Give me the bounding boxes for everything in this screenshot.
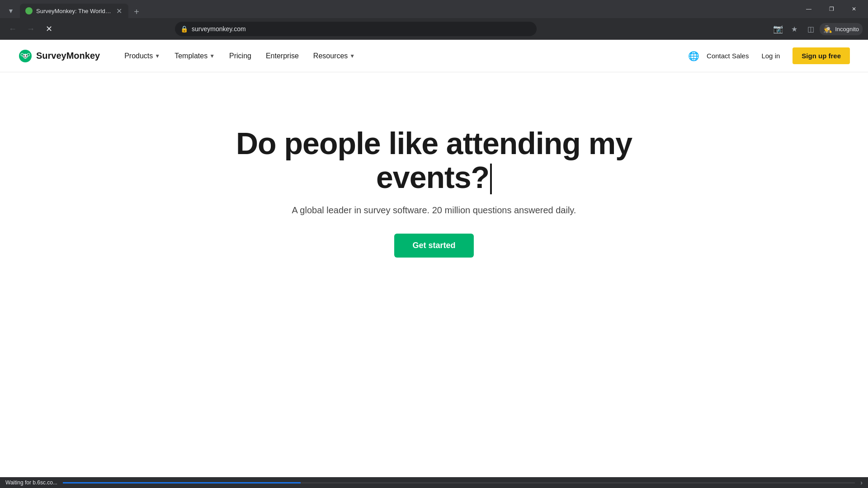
site-navigation: SurveyMonkey Products ▼ Templates ▼ Pric…: [0, 40, 868, 72]
logo-icon: [18, 49, 33, 63]
browser-toolbar: ← → ✕ 🔒 surveymonkey.com 📷̸ ★ ◫ 🕵 Incogn…: [0, 18, 868, 40]
nav-item-templates[interactable]: Templates ▼: [168, 48, 221, 64]
new-tab-button[interactable]: +: [130, 5, 143, 18]
nav-links: Products ▼ Templates ▼ Pricing Enterpris…: [118, 48, 688, 64]
signup-button[interactable]: Sign up free: [793, 47, 850, 64]
get-started-button[interactable]: Get started: [394, 234, 473, 258]
split-view-icon[interactable]: ◫: [803, 22, 818, 36]
browser-titlebar: ▼ SurveyMonkey: The World's M... ✕ + — ❐…: [0, 0, 868, 18]
hero-title-text: Do people like attending my events?: [236, 126, 632, 194]
reload-button[interactable]: ✕: [42, 22, 56, 36]
nav-label-resources: Resources: [313, 52, 348, 60]
nav-label-pricing: Pricing: [229, 52, 251, 60]
lock-icon: 🔒: [180, 25, 188, 33]
incognito-badge[interactable]: 🕵 Incognito: [820, 23, 863, 35]
login-button[interactable]: Log in: [756, 48, 785, 63]
tab-close-button[interactable]: ✕: [115, 7, 123, 15]
svg-point-3: [21, 53, 24, 56]
logo-text: SurveyMonkey: [36, 51, 100, 61]
tab-title: SurveyMonkey: The World's M...: [36, 8, 111, 14]
chevron-down-icon-products: ▼: [155, 53, 160, 59]
hero-subtitle: A global leader in survey software. 20 m…: [292, 205, 576, 216]
tab-favicon: [25, 7, 33, 14]
browser-chrome: ▼ SurveyMonkey: The World's M... ✕ + — ❐…: [0, 0, 868, 40]
hero-section: Do people like attending my events? A gl…: [0, 72, 868, 294]
no-image-icon[interactable]: 📷̸: [771, 22, 785, 36]
nav-item-products[interactable]: Products ▼: [118, 48, 166, 64]
bookmark-icon[interactable]: ★: [787, 22, 802, 36]
nav-label-enterprise: Enterprise: [266, 52, 299, 60]
nav-label-products: Products: [124, 52, 153, 60]
incognito-icon: 🕵: [823, 25, 832, 33]
svg-point-4: [27, 53, 30, 56]
toolbar-actions: 📷̸ ★ ◫ 🕵 Incognito: [771, 22, 863, 36]
browser-tabs: ▼ SurveyMonkey: The World's M... ✕ +: [4, 0, 798, 18]
back-button[interactable]: ←: [5, 22, 20, 36]
cursor-blink: [490, 164, 492, 194]
active-tab[interactable]: SurveyMonkey: The World's M... ✕: [20, 4, 128, 18]
minimize-button[interactable]: —: [798, 2, 819, 16]
hero-title: Do people like attending my events?: [185, 127, 683, 194]
nav-label-templates: Templates: [175, 52, 208, 60]
chevron-down-icon-templates: ▼: [209, 53, 215, 59]
close-button[interactable]: ✕: [844, 2, 864, 16]
nav-right-actions: 🌐 Contact Sales Log in Sign up free: [688, 47, 850, 64]
nav-item-enterprise[interactable]: Enterprise: [259, 48, 305, 64]
forward-button[interactable]: →: [24, 22, 38, 36]
window-controls: — ❐ ✕: [798, 2, 864, 16]
maximize-button[interactable]: ❐: [821, 2, 842, 16]
website-content: SurveyMonkey Products ▼ Templates ▼ Pric…: [0, 40, 868, 465]
incognito-label: Incognito: [835, 26, 859, 33]
chevron-down-icon-resources: ▼: [349, 53, 355, 59]
tab-switcher-button[interactable]: ▼: [4, 4, 18, 18]
nav-item-resources[interactable]: Resources ▼: [307, 48, 361, 64]
nav-item-pricing[interactable]: Pricing: [223, 48, 258, 64]
language-icon[interactable]: 🌐: [688, 51, 699, 61]
contact-sales-link[interactable]: Contact Sales: [707, 52, 749, 60]
address-bar[interactable]: 🔒 surveymonkey.com: [175, 22, 537, 36]
address-text: surveymonkey.com: [192, 25, 531, 33]
site-logo[interactable]: SurveyMonkey: [18, 49, 100, 63]
